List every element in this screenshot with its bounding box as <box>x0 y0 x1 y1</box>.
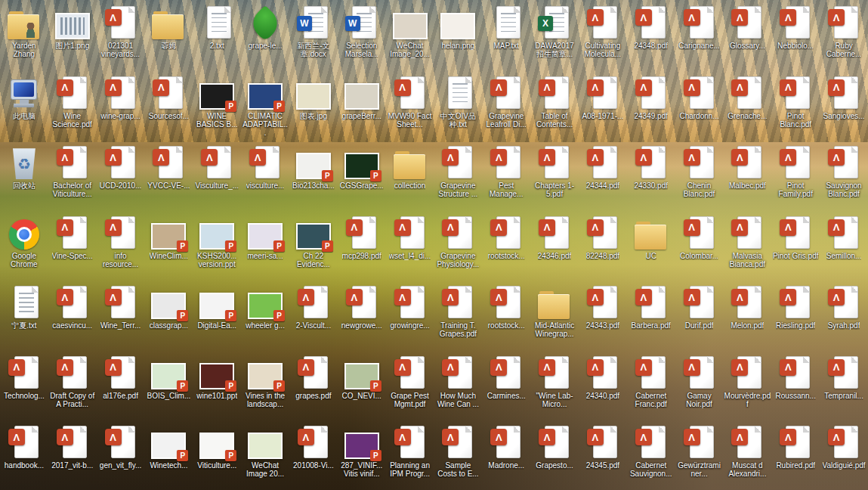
desktop-icon[interactable]: grape-le... <box>241 0 289 70</box>
desktop-icon[interactable]: ΛGrapevine Physiology... <box>434 210 482 281</box>
desktop-icon[interactable]: ΛVine-Spec... <box>48 210 97 281</box>
desktop-icon[interactable]: ΛSyrah.pdf <box>820 280 868 350</box>
desktop-icon[interactable]: ΛPinot Family.pdf <box>771 140 820 210</box>
desktop-icon[interactable]: Λmcp298.pdf <box>338 210 386 281</box>
desktop-icon[interactable]: ΛTraining T. Grapes.pdf <box>434 280 482 350</box>
desktop-icon[interactable]: ΛSemillon... <box>820 210 868 281</box>
desktop-icon[interactable]: Λ24340.pdf <box>579 350 627 420</box>
desktop-icon[interactable]: ΛRuby Caberne... <box>820 0 868 70</box>
desktop-icon[interactable]: ΛCabernet Franc.pdf <box>627 350 675 420</box>
desktop-icon[interactable]: PWINE BASICS B... <box>193 70 241 141</box>
desktop-icon[interactable]: PCGSGrape... <box>338 140 386 210</box>
desktop-icon[interactable]: Yarden Zhang <box>0 0 48 70</box>
desktop-icon[interactable]: ΛMelon.pdf <box>723 280 771 350</box>
desktop-icon[interactable]: Λcaesvincu... <box>48 280 97 350</box>
desktop-icon[interactable]: ΛBarbera.pdf <box>627 280 675 350</box>
desktop-icon[interactable]: Pwine101.ppt <box>193 350 241 420</box>
desktop-icon[interactable]: ΛSample Costs to E... <box>434 420 482 490</box>
desktop-icon[interactable]: ΛCarignane... <box>675 0 724 70</box>
desktop-icon[interactable]: Λ24330.pdf <box>627 140 675 210</box>
desktop-icon[interactable]: ΛMVW90 Fact Sheet... <box>386 70 434 141</box>
desktop-icon[interactable]: Λgrapes.pdf <box>289 350 338 420</box>
desktop-icon[interactable]: ΛPlanning an IPM Progr... <box>386 420 434 490</box>
desktop-icon[interactable]: Pmeeri-sa... <box>241 210 289 281</box>
desktop-icon[interactable]: Λrootstock... <box>482 280 530 350</box>
desktop-icon[interactable]: Pwheeler g... <box>241 280 289 350</box>
desktop-icon[interactable]: Λ2-Viscult... <box>289 280 338 350</box>
desktop-icon[interactable]: 图表.jpg <box>289 70 338 141</box>
desktop-icon[interactable]: PWineClim... <box>144 210 193 281</box>
desktop-icon[interactable]: Λ24344.pdf <box>579 140 627 210</box>
desktop-icon[interactable]: ΛRoussann... <box>771 350 820 420</box>
desktop-icon[interactable]: ♻回收站 <box>0 140 48 210</box>
desktop-icon[interactable]: ΛCarmines... <box>482 350 530 420</box>
desktop-icon[interactable]: 中文OIV品种.txt <box>434 70 482 141</box>
desktop-icon[interactable]: ΛTempranil... <box>820 350 868 420</box>
desktop-icon[interactable]: ΛRiesling.pdf <box>771 280 820 350</box>
desktop-icon[interactable]: ΛBachelor of Viticulture... <box>48 140 97 210</box>
desktop-icon[interactable]: 2.txt <box>193 0 241 70</box>
desktop-icon[interactable]: ΛPinot Blanc.pdf <box>771 70 820 141</box>
desktop-icon[interactable]: ΛYVCC-VE-... <box>144 140 193 210</box>
desktop-icon[interactable]: Λ24346.pdf <box>530 210 579 281</box>
desktop-icon[interactable]: WeChat Image_20... <box>386 0 434 70</box>
desktop-icon[interactable]: ΛGlossary... <box>723 0 771 70</box>
desktop-icon[interactable]: ΛGrapesto... <box>530 420 579 490</box>
desktop-icon[interactable]: ΛDurif.pdf <box>675 280 724 350</box>
desktop-icon[interactable]: Pclassgrap... <box>144 280 193 350</box>
desktop-icon[interactable]: PVines in the landscap... <box>241 350 289 420</box>
desktop-icon[interactable]: Λnewgrowe... <box>338 280 386 350</box>
desktop-icon[interactable]: ΛCabernet Sauvignon... <box>627 420 675 490</box>
desktop-icon[interactable]: Λgrowingre... <box>386 280 434 350</box>
desktop-icon[interactable]: Λrootstock... <box>482 210 530 281</box>
desktop-icon[interactable]: ΛTechnolog... <box>0 350 48 420</box>
desktop-icon[interactable]: WSelection Marsela... <box>338 0 386 70</box>
desktop-icon[interactable]: Λ2017_vit-b... <box>48 420 97 490</box>
desktop-icon[interactable]: ΛMourvèdre.pdf <box>723 350 771 420</box>
desktop-icon[interactable]: PViticulture... <box>193 420 241 490</box>
desktop-icon[interactable]: P287_VINIF... Vitis vinif... <box>338 420 386 490</box>
desktop-icon[interactable]: ΛPest Manage... <box>482 140 530 210</box>
desktop-icon[interactable]: ΛChapters 1-5.pdf <box>530 140 579 210</box>
desktop-icon[interactable]: ΛColombar... <box>675 210 724 281</box>
desktop-icon[interactable]: Λ24349.pdf <box>627 70 675 141</box>
desktop-icon[interactable]: PKSHS200... version.ppt <box>193 210 241 281</box>
desktop-icon[interactable]: 此电脑 <box>0 70 48 141</box>
desktop-icon[interactable]: Λwine-grap... <box>97 70 145 141</box>
desktop-icon[interactable]: ΛMuscat d Alexandri... <box>723 420 771 490</box>
desktop-icon[interactable]: Λ82248.pdf <box>579 210 627 281</box>
desktop-icon[interactable]: ΛWine_Terr... <box>97 280 145 350</box>
desktop-icon[interactable]: ΛSourcesof... <box>144 70 193 141</box>
desktop-icon[interactable]: collection <box>386 140 434 210</box>
desktop-icon[interactable]: W新西兰-文章.docx <box>289 0 338 70</box>
desktop-icon[interactable]: PWinetech... <box>144 420 193 490</box>
desktop-icon[interactable]: Mid-Atlantic Winegrap... <box>530 280 579 350</box>
desktop-icon[interactable]: ΛHow Much Wine Can ... <box>434 350 482 420</box>
desktop-icon[interactable]: MAP.txt <box>482 0 530 70</box>
desktop-icon[interactable]: ΛRubired.pdf <box>771 420 820 490</box>
desktop-icon[interactable]: ΛNebbiolo... <box>771 0 820 70</box>
desktop-icon[interactable]: ΛGrape Pest Mgmt.pdf <box>386 350 434 420</box>
desktop-icon[interactable]: Λ201008-Vi... <box>289 420 338 490</box>
desktop-icon[interactable]: 图片1.png <box>48 0 97 70</box>
desktop-icon[interactable]: ΛA08-1971-... <box>579 70 627 141</box>
desktop-icon[interactable]: 宁夏.txt <box>0 280 48 350</box>
desktop-icon[interactable]: ΛGrapevine Structure ... <box>434 140 482 210</box>
desktop-icon[interactable]: Λgen_vit_fly... <box>97 420 145 490</box>
desktop-icon[interactable]: XDAWA2017 招生简章... <box>530 0 579 70</box>
desktop-icon[interactable]: PCLIMATIC ADAPTABIL... <box>241 70 289 141</box>
desktop-icon[interactable]: Λ24348.pdf <box>627 0 675 70</box>
desktop-icon[interactable]: PBio213cha... <box>289 140 338 210</box>
desktop-icon[interactable]: PCO_NEVI... <box>338 350 386 420</box>
desktop-icon[interactable]: 蓉姆 <box>144 0 193 70</box>
desktop-icon[interactable]: ΛValdiguié.pdf <box>820 420 868 490</box>
desktop-icon[interactable]: Λhandbook... <box>0 420 48 490</box>
desktop-icon[interactable]: ΛVisculture_... <box>193 140 241 210</box>
desktop-icon[interactable]: PBOIS_Clim... <box>144 350 193 420</box>
desktop-icon[interactable]: ΛMalbec.pdf <box>723 140 771 210</box>
desktop-icon[interactable]: ΛGamay Noir.pdf <box>675 350 724 420</box>
desktop-icon[interactable]: ΛSauvignon Blanc.pdf <box>820 140 868 210</box>
desktop-icon[interactable]: PCh 22 Evidenc... <box>289 210 338 281</box>
desktop-icon[interactable]: ΛCultivating Molecula... <box>579 0 627 70</box>
desktop-icon[interactable]: grapeBerr... <box>338 70 386 141</box>
